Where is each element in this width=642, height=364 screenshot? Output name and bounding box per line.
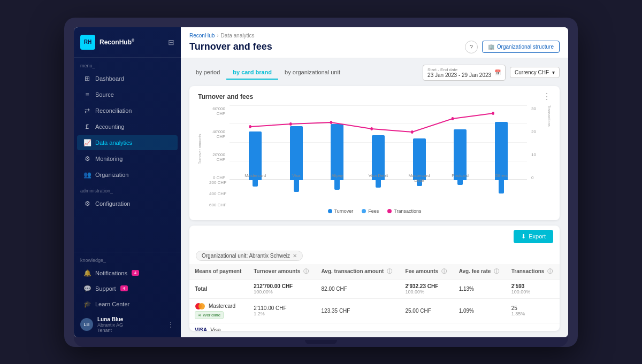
sidebar-item-support[interactable]: 💬 Support 4	[77, 281, 178, 296]
sidebar-item-notifications[interactable]: 🔔 Notifications 4	[77, 266, 178, 281]
learn-icon: 🎓	[83, 300, 91, 308]
topbar-actions: ? 🏢 Organizational structure	[465, 41, 560, 53]
sidebar-item-monitoring[interactable]: ⚙ Monitoring	[77, 151, 178, 166]
sidebar-item-dashboard[interactable]: ⊞ Dashboard	[77, 71, 178, 86]
x-label-mastercard-debit: Mastercard Debit	[409, 173, 430, 183]
export-button[interactable]: ⬇ Export	[514, 230, 553, 243]
sidebar-item-learn-center[interactable]: 🎓 Learn Center	[77, 297, 178, 312]
currency-selector[interactable]: Currency CHF ▾	[510, 67, 560, 78]
logo: RH ReconHub®	[80, 35, 134, 50]
knowledge-section-label: knowledge_	[74, 252, 181, 265]
filter-bar: by period by card brand by organizationa…	[189, 65, 560, 81]
accounting-icon: ₤	[83, 123, 91, 130]
reconciliation-icon: ⇄	[83, 107, 91, 114]
sidebar-item-label: Accounting	[95, 123, 124, 130]
tab-group: by period by card brand by organizationa…	[189, 66, 347, 80]
sidebar-header: RH ReconHub® ⊟	[74, 27, 181, 58]
menu-section-label: menu_	[74, 58, 181, 71]
chart-inner: Mastercard Visa Alipay Visa Debit Master…	[230, 105, 527, 204]
fee-y-axis: 200 CHF 400 CHF 600 CHF	[209, 180, 226, 207]
tab-by-period[interactable]: by period	[189, 66, 226, 80]
user-org: Abrantix AGTenant	[97, 322, 163, 333]
mastercard-logo-icon	[195, 303, 205, 310]
avg-tx-info-icon[interactable]: ⓘ	[387, 268, 392, 274]
logo-initials: RH	[80, 35, 95, 50]
topbar: ReconHub › Data analytics Turnover and f…	[181, 27, 568, 58]
tx-total: 2'593 100.00%	[506, 279, 560, 298]
avg-fee-rate-total: 1.13%	[454, 279, 506, 298]
notifications-icon: 🔔	[83, 269, 91, 277]
organization-icon: 👥	[83, 171, 91, 179]
filter-tag-close[interactable]: ✕	[293, 253, 297, 259]
currency-info: Currency CHF	[515, 69, 549, 75]
fee-info-icon[interactable]: ⓘ	[441, 268, 447, 274]
turnover-visa: 2'010.00 CHF	[248, 323, 316, 331]
x-label-mastercard: Mastercard	[244, 173, 266, 183]
turnover-info-icon[interactable]: ⓘ	[303, 268, 309, 274]
bar-visa	[290, 126, 303, 180]
tab-by-card-brand[interactable]: by card brand	[226, 66, 278, 80]
sidebar-item-label: Learn Center	[95, 301, 129, 307]
laptop-base	[74, 337, 568, 347]
sidebar-item-reconciliation[interactable]: ⇄ Reconciliation	[77, 103, 178, 118]
payment-total: Total	[189, 279, 248, 298]
org-structure-icon: 🏢	[488, 44, 494, 50]
bars-container	[230, 105, 527, 180]
avg-fee-info-icon[interactable]: ⓘ	[494, 268, 499, 274]
sidebar-item-accounting[interactable]: ₤ Accounting	[77, 119, 178, 134]
transactions-legend-dot	[387, 209, 392, 213]
chart-more-button[interactable]: ⋮	[542, 92, 551, 101]
visa-logo-icon: VISA	[195, 327, 207, 331]
table-wrapper: Means of payment Turnover amounts ⓘ Avg.…	[189, 264, 560, 331]
dashboard-icon: ⊞	[83, 75, 91, 82]
chart-legend: Turnover Fees Transactions	[198, 208, 551, 214]
sidebar-collapse-button[interactable]: ⊟	[168, 38, 174, 47]
admin-section-label: administration_	[74, 183, 181, 196]
sidebar-item-source[interactable]: ≡ Source	[77, 87, 178, 102]
screen: RH ReconHub® ⊟ menu_ ⊞ Dashboard ≡ Sourc…	[74, 27, 568, 337]
sidebar-item-organization[interactable]: 👥 Organization	[77, 167, 178, 182]
sidebar-item-label: Organization	[95, 172, 128, 178]
chart-card: Turnover and fees ⋮ Turnover amounts 60'…	[189, 86, 560, 220]
org-structure-button[interactable]: 🏢 Organizational structure	[482, 41, 560, 53]
user-menu-icon[interactable]: ⋮	[167, 320, 174, 329]
breadcrumb-reconhub[interactable]: ReconHub	[189, 33, 215, 38]
calendar-icon: 📅	[494, 69, 501, 75]
chart-card-header: Turnover and fees ⋮	[198, 92, 551, 101]
date-range-picker[interactable]: Start - End date 23 Jan 2023 - 29 Jan 20…	[423, 65, 506, 81]
legend-fees: Fees	[362, 208, 379, 214]
date-currency-row: Start - End date 23 Jan 2023 - 29 Jan 20…	[423, 65, 560, 81]
payment-mastercard: Mastercard ≋ Worldline	[189, 298, 248, 323]
data-table: Means of payment Turnover amounts ⓘ Avg.…	[189, 264, 560, 331]
worldline-badge: ≋ Worldline	[195, 311, 224, 319]
org-filter-tag: Organizational unit: Abrantix Schweiz ✕	[196, 251, 303, 261]
avatar: LB	[80, 318, 93, 331]
tx-info-icon[interactable]: ⓘ	[547, 268, 553, 274]
payment-visa: VISA Visa ≋ Worldline	[189, 323, 248, 331]
y-axis-turnover-label: Turnover amounts	[198, 121, 202, 164]
source-icon: ≡	[83, 91, 91, 98]
breadcrumb: ReconHub › Data analytics	[189, 33, 560, 38]
monitoring-icon: ⚙	[83, 155, 91, 162]
avg-tx-visa: 70.01 CHF	[316, 323, 400, 331]
col-means-of-payment: Means of payment	[189, 264, 248, 280]
sidebar: RH ReconHub® ⊟ menu_ ⊞ Dashboard ≡ Sourc…	[74, 27, 181, 337]
col-avg-tx: Avg. transaction amount ⓘ	[316, 264, 400, 280]
sidebar-item-label: Dashboard	[95, 75, 124, 82]
y-axis-right: 30 20 10 0	[531, 105, 544, 180]
laptop-frame: RH ReconHub® ⊟ menu_ ⊞ Dashboard ≡ Sourc…	[64, 18, 578, 347]
col-transactions: Transactions ⓘ	[506, 264, 560, 280]
sidebar-bottom: knowledge_ 🔔 Notifications 4 💬 Support 4…	[74, 252, 181, 337]
avg-tx-mastercard: 123.35 CHF	[316, 298, 400, 323]
fees-visa: 21.50 CHF	[400, 323, 453, 331]
help-button[interactable]: ?	[465, 41, 478, 53]
tab-by-org-unit[interactable]: by organizational unit	[278, 66, 347, 80]
main-content: ReconHub › Data analytics Turnover and f…	[181, 27, 568, 337]
page-title-row: Turnover and fees ? 🏢 Organizational str…	[189, 41, 560, 58]
legend-turnover: Turnover	[328, 208, 354, 214]
bar-alipay	[331, 124, 343, 180]
sidebar-item-data-analytics[interactable]: 📈 Data analytics	[77, 135, 178, 150]
user-profile-row[interactable]: LB Luna Blue Abrantix AGTenant ⋮	[74, 312, 181, 337]
turnover-legend-dot	[328, 209, 332, 213]
sidebar-item-configuration[interactable]: ⚙ Configuration	[77, 196, 178, 211]
